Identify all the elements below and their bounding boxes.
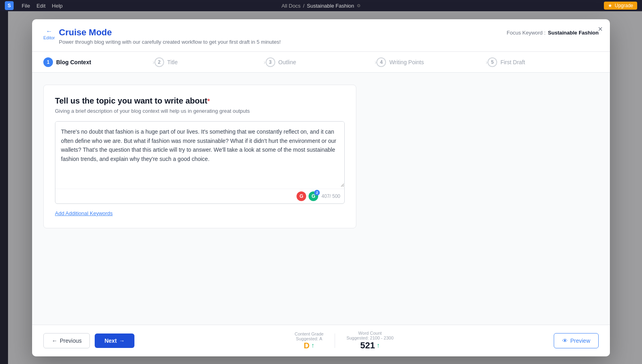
upgrade-label: Upgrade [615,3,633,8]
step-writing-points[interactable]: 4 Writing Points › [376,57,488,67]
footer-divider [335,333,335,348]
breadcrumb-icon: ⚙ [357,3,361,8]
modal-title: Cruise Mode [59,27,281,38]
step-2-label: Title [167,59,178,65]
modal-footer: ← Previous Next → Content Grade Suggeste… [32,325,610,356]
word-count-label: Word Count [358,331,382,336]
preview-button[interactable]: 👁 Preview [554,333,599,348]
word-count-suggested: Suggested: 2100 - 2300 [346,336,393,340]
breadcrumb-separator: / [303,3,305,9]
step-3-circle: 3 [266,57,275,67]
step-5-circle: 5 [488,57,497,67]
breadcrumb-all-docs[interactable]: All Docs [281,3,301,9]
grammarly-green-icon: G 2 [309,191,318,201]
prev-arrow-icon: ← [52,338,57,344]
textarea-footer: G G 2 407/ 500 [55,189,344,203]
blog-context-textarea[interactable] [55,122,344,187]
step-1-circle: 1 [43,57,53,67]
app-logo: S [5,1,14,10]
focus-keyword-value: Sustainable Fashion [548,30,599,36]
form-subtitle: Giving a brief description of your blog … [55,108,345,114]
word-count-up-arrow-icon: ↑ [376,342,380,349]
next-arrow-icon: → [119,338,125,344]
step-outline[interactable]: 3 Outline › [266,57,377,67]
step-4-label: Writing Points [389,59,424,65]
next-label: Next [104,338,116,344]
step-4-circle: 4 [376,57,386,67]
grammarly-icon: G [297,191,306,201]
preview-eye-icon: 👁 [562,338,568,344]
char-count: 407/ 500 [321,193,340,199]
content-grade-value: D ↑ [304,341,314,350]
back-label: Editor [43,35,55,40]
modal-overlay: ← Editor Cruise Mode Power through blog … [0,11,642,364]
blog-context-form: Tell us the topic you want to write abou… [43,85,356,228]
upgrade-button[interactable]: ★ Upgrade [604,2,637,10]
back-to-editor-button[interactable]: ← Editor [43,28,55,40]
steps-navigation: 1 Blog Context › 2 Title › 3 Outline › [32,52,610,73]
grade-up-arrow-icon: ↑ [311,342,315,349]
prev-label: Previous [60,338,81,344]
previous-button[interactable]: ← Previous [43,333,90,348]
step-5-label: First Draft [500,59,525,65]
close-modal-button[interactable]: × [598,25,603,33]
modal-body: Tell us the topic you want to write abou… [32,73,610,325]
upgrade-star-icon: ★ [608,3,612,8]
grade-letter: D [304,341,309,350]
footer-stats: Content Grade Suggested: A D ↑ Word Coun… [295,331,394,351]
word-count-stat: Word Count Suggested: 2100 - 2300 521 ↑ [346,331,393,351]
add-keywords-link[interactable]: Add Additional Keywords [55,210,113,216]
form-title: Tell us the topic you want to write abou… [55,96,345,106]
next-button[interactable]: Next → [95,333,134,348]
step-1-label: Blog Context [56,59,91,65]
menu-file[interactable]: File [22,3,30,9]
modal-subtitle: Power through blog writing with our care… [59,39,281,45]
blog-context-textarea-wrapper: G G 2 407/ 500 [55,121,345,203]
step-3-label: Outline [278,59,296,65]
modal-header: ← Editor Cruise Mode Power through blog … [32,19,610,52]
word-count-number: 521 [360,340,375,351]
step-first-draft[interactable]: 5 First Draft [488,57,599,67]
required-marker: * [207,98,210,105]
breadcrumb-current: Sustainable Fashion [307,3,354,9]
step-blog-context[interactable]: 1 Blog Context › [43,57,154,67]
menu-edit[interactable]: Edit [37,3,45,9]
content-grade-label: Content Grade [295,331,323,336]
focus-keyword-display: Focus Keyword : Sustainable Fashion [507,30,599,36]
modal-header-left: ← Editor Cruise Mode Power through blog … [43,27,281,45]
breadcrumb: All Docs / Sustainable Fashion ⚙ [281,3,360,9]
word-count-value: 521 ↑ [360,340,380,351]
focus-keyword-label: Focus Keyword : [507,30,546,36]
modal-title-block: Cruise Mode Power through blog writing w… [59,27,281,45]
content-grade-suggested: Suggested: A [296,336,322,341]
content-grade-stat: Content Grade Suggested: A D ↑ [295,331,323,350]
back-arrow-icon: ← [46,28,52,35]
menu-help[interactable]: Help [52,3,63,9]
footer-nav-buttons: ← Previous Next → [43,333,134,348]
grammarly-badge-count: 2 [314,190,320,195]
step-title[interactable]: 2 Title › [154,57,266,67]
menu-items: File Edit Help [22,3,63,9]
top-menu-bar: S File Edit Help All Docs / Sustainable … [0,0,642,11]
step-2-circle: 2 [154,57,164,67]
cruise-mode-modal: ← Editor Cruise Mode Power through blog … [32,19,610,356]
preview-label: Preview [570,338,590,344]
